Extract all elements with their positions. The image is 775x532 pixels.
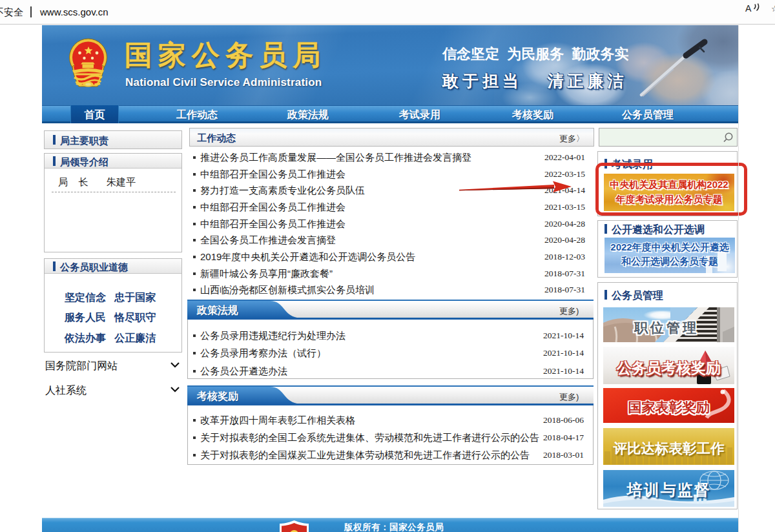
svg-text:A: A <box>745 3 752 14</box>
